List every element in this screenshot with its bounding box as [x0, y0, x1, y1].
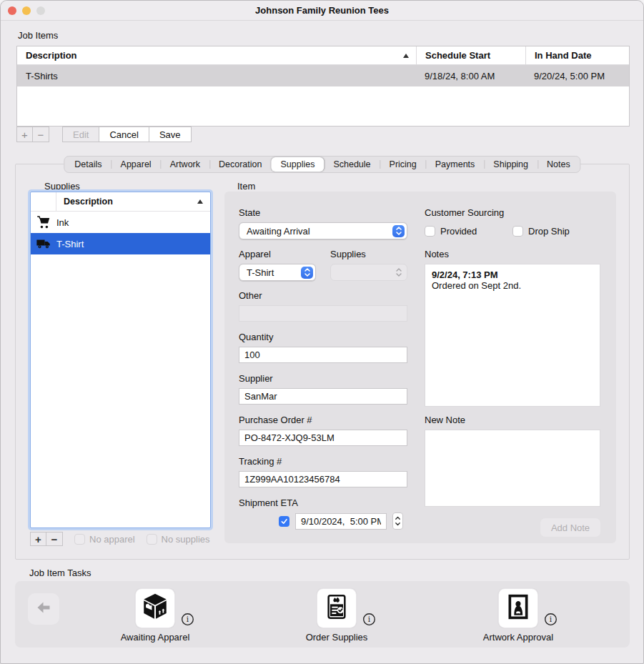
add-job-item-button[interactable]: +: [16, 127, 33, 142]
no-supplies-checkbox-group: No supplies: [147, 534, 210, 545]
title-bar: Johnson Family Reunion Tees: [1, 1, 643, 21]
shipment-eta-date-field[interactable]: [295, 513, 387, 530]
back-button[interactable]: [28, 593, 59, 625]
minimize-button[interactable]: [22, 6, 31, 15]
supplies-popup: [330, 264, 407, 281]
state-label: State: [239, 207, 407, 218]
supplier-field[interactable]: [239, 388, 407, 405]
column-header-description[interactable]: Description: [17, 46, 416, 64]
tab-supplies[interactable]: Supplies: [271, 157, 324, 172]
drop-ship-label: Drop Ship: [528, 226, 570, 237]
popup-chevrons-icon: [392, 267, 405, 279]
purchase-order-field[interactable]: [239, 430, 407, 446]
popup-chevrons-icon: [301, 267, 313, 279]
no-supplies-checkbox: [147, 534, 157, 545]
job-items-table: Description Schedule Start In Hand Date …: [16, 46, 630, 127]
item-panel: State Awaiting Arrival Apparel T-Shirt: [224, 192, 616, 543]
task-order-supplies: i Order Supplies: [276, 588, 397, 643]
tab-payments[interactable]: Payments: [426, 157, 485, 172]
provided-label: Provided: [440, 226, 477, 237]
awaiting-apparel-button[interactable]: [135, 588, 175, 628]
supplier-label: Supplier: [239, 373, 407, 384]
item-panel-label: Item: [237, 181, 255, 192]
cell-in-hand-date: 9/20/24, 5:00 PM: [525, 71, 629, 81]
job-items-actions: + − Edit Cancel Save: [16, 127, 192, 142]
job-items-header: Description Schedule Start In Hand Date: [17, 46, 629, 65]
info-icon[interactable]: i: [544, 613, 558, 626]
quantity-field[interactable]: [239, 347, 407, 363]
tracking-field[interactable]: [239, 471, 407, 487]
task-artwork-approval: i Artwork Approval: [457, 588, 579, 643]
tab-apparel[interactable]: Apparel: [112, 157, 161, 172]
no-apparel-checkbox-group: No apparel: [74, 534, 135, 545]
artwork-approval-button[interactable]: [498, 588, 538, 628]
tab-shipping[interactable]: Shipping: [484, 157, 538, 172]
tracking-label: Tracking #: [239, 456, 407, 467]
info-icon[interactable]: i: [181, 613, 194, 626]
provided-checkbox-group: Provided: [425, 226, 512, 237]
tab-notes[interactable]: Notes: [538, 157, 580, 172]
zoom-button: [36, 6, 45, 15]
save-button[interactable]: Save: [149, 127, 192, 142]
notes-log[interactable]: 9/2/24, 7:13 PM Ordered on Sept 2nd.: [425, 264, 600, 407]
remove-supply-button[interactable]: −: [46, 532, 63, 546]
receipt-icon: [322, 593, 351, 624]
apparel-label: Apparel: [239, 249, 316, 259]
svg-text:i: i: [368, 615, 371, 623]
tab-view: Details Apparel Artwork Decoration Suppl…: [15, 164, 630, 560]
cart-icon: [31, 214, 56, 230]
close-button[interactable]: [8, 6, 16, 15]
drop-ship-checkbox[interactable]: [512, 226, 523, 237]
purchase-order-label: Purchase Order #: [239, 415, 407, 425]
other-field: [239, 305, 407, 322]
svg-text:i: i: [550, 615, 553, 623]
cancel-button[interactable]: Cancel: [99, 127, 149, 142]
other-label: Other: [239, 290, 407, 301]
apparel-popup[interactable]: T-Shirt: [239, 264, 316, 281]
edit-button: Edit: [62, 127, 99, 142]
state-popup[interactable]: Awaiting Arrival: [239, 222, 407, 239]
cell-description: T-Shirts: [17, 71, 416, 81]
list-item-tshirt[interactable]: T-Shirt: [31, 233, 210, 254]
notes-label: Notes: [425, 249, 600, 259]
list-item-ink[interactable]: Ink: [31, 212, 210, 233]
column-header-schedule-start[interactable]: Schedule Start: [416, 46, 525, 64]
column-header-in-hand-date[interactable]: In Hand Date: [525, 46, 629, 64]
provided-checkbox[interactable]: [425, 226, 435, 237]
tab-schedule[interactable]: Schedule: [324, 157, 380, 172]
tab-artwork[interactable]: Artwork: [161, 157, 209, 172]
no-apparel-label: No apparel: [89, 534, 135, 545]
icon-column: [31, 192, 56, 211]
tab-details[interactable]: Details: [65, 157, 111, 172]
back-arrow-icon: [34, 598, 53, 620]
note-text: Ordered on Sept 2nd.: [432, 280, 593, 291]
supplies-popup-label: Supplies: [330, 249, 407, 259]
new-note-field[interactable]: [425, 430, 600, 507]
no-supplies-label: No supplies: [162, 534, 210, 545]
remove-job-item-button[interactable]: −: [33, 127, 49, 142]
add-supply-button[interactable]: +: [30, 532, 46, 546]
customer-sourcing-label: Customer Sourcing: [425, 207, 600, 218]
app-window: Johnson Family Reunion Tees Job Items De…: [0, 0, 644, 664]
job-items-label: Job Items: [18, 30, 58, 41]
cell-schedule-start: 9/18/24, 8:00 AM: [416, 71, 525, 81]
sort-ascending-icon: [197, 199, 203, 204]
truck-icon: [31, 236, 56, 252]
tab-pricing[interactable]: Pricing: [380, 157, 426, 172]
tab-decoration[interactable]: Decoration: [209, 157, 271, 172]
supplies-list-label: Supplies: [44, 181, 80, 192]
task-label: Order Supplies: [276, 632, 397, 643]
package-icon: [140, 592, 170, 625]
tab-bar: Details Apparel Artwork Decoration Suppl…: [64, 156, 580, 173]
info-icon[interactable]: i: [362, 613, 376, 626]
date-stepper[interactable]: [392, 512, 403, 530]
order-supplies-button[interactable]: [317, 588, 357, 628]
task-label: Awaiting Apparel: [94, 632, 216, 643]
new-note-label: New Note: [425, 415, 600, 425]
table-row[interactable]: T-Shirts 9/18/24, 8:00 AM 9/20/24, 5:00 …: [17, 65, 629, 86]
shipment-eta-checkbox[interactable]: [279, 516, 289, 527]
sort-ascending-icon: [403, 54, 409, 58]
supplies-list-header[interactable]: Description: [31, 192, 210, 212]
artwork-icon: [504, 593, 532, 624]
svg-text:i: i: [187, 615, 189, 623]
